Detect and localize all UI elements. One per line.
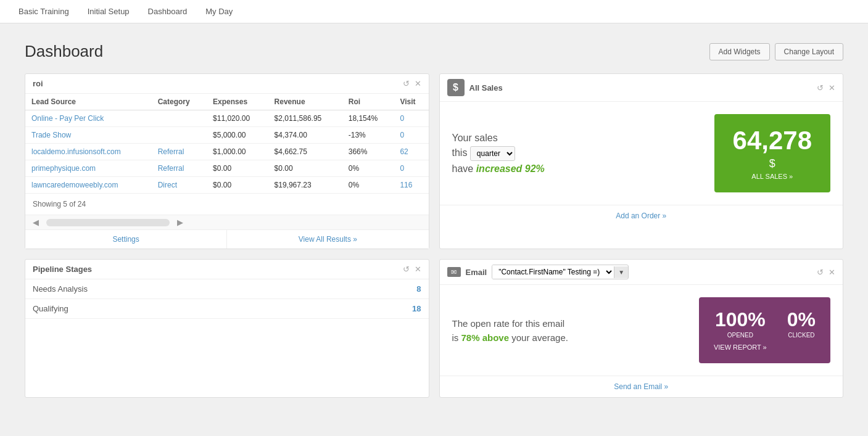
sales-number-box: 64,278 $ ALL SALES » <box>714 114 830 192</box>
opened-label: OPENED <box>714 332 767 339</box>
roi-cell: 18,154% <box>342 110 394 127</box>
sales-quarter-select[interactable]: quarter month year <box>470 146 515 161</box>
sales-close-icon[interactable]: ✕ <box>829 83 835 93</box>
visits-cell: 116 <box>394 177 428 194</box>
scroll-left-icon[interactable]: ◀ <box>30 218 41 227</box>
sales-line1: Your sales <box>452 133 702 144</box>
add-order-link[interactable]: Add an Order » <box>440 205 843 226</box>
lead-source-cell[interactable]: Trade Show <box>25 127 152 144</box>
roi-cell: 366% <box>342 144 394 160</box>
email-widget: ✉ Email "Contact.FirstName" Testing =) ▼… <box>439 259 844 398</box>
sales-text: Your sales this quarter month year have … <box>452 133 702 175</box>
expenses-cell: $0.00 <box>207 177 268 194</box>
email-clicked-stat: 0% CLICKED <box>787 310 816 339</box>
pipeline-refresh-icon[interactable]: ↺ <box>403 265 410 274</box>
roi-view-all-button[interactable]: View All Results » <box>227 230 428 249</box>
roi-footer: Settings View All Results » <box>25 229 429 249</box>
roi-cell: 0% <box>342 160 394 177</box>
col-category: Category <box>152 94 207 110</box>
lead-source-cell[interactable]: Online - Pay Per Click <box>25 110 152 127</box>
col-expenses: Expenses <box>207 94 268 110</box>
email-opened-stat: 100% OPENED VIEW REPORT » <box>714 310 767 351</box>
send-email-link[interactable]: Send an Email » <box>440 376 843 397</box>
sales-widget-controls: ↺ ✕ <box>817 83 835 93</box>
pipeline-item-label: Needs Analysis <box>33 284 88 294</box>
dashboard-header: Dashboard Add Widgets Change Layout <box>25 42 843 61</box>
lead-source-cell[interactable]: lawncaredemoweebly.com <box>25 177 152 194</box>
increased-text: increased 92% <box>476 163 545 174</box>
email-body: The open rate for this email is 78% abov… <box>440 285 843 376</box>
sales-have-line: have increased 92% <box>452 163 702 175</box>
lead-source-cell[interactable]: localdemo.infusionsoft.com <box>25 144 152 160</box>
nav-basic-training[interactable]: Basic Training <box>19 1 69 22</box>
pipeline-item-label: Qualifying <box>33 304 68 313</box>
table-row: Online - Pay Per Click $11,020.00 $2,011… <box>25 110 429 127</box>
email-select[interactable]: "Contact.FirstName" Testing =) <box>492 265 614 279</box>
sales-all-link[interactable]: ALL SALES » <box>733 173 812 180</box>
sales-refresh-icon[interactable]: ↺ <box>817 83 824 93</box>
email-select-wrapper: "Contact.FirstName" Testing =) ▼ <box>492 265 629 279</box>
visits-cell: 0 <box>394 110 428 127</box>
lead-source-cell[interactable]: primephysique.com <box>25 160 152 177</box>
pipeline-widget-title: Pipeline Stages <box>33 265 92 274</box>
email-controls: ↺ ✕ <box>817 268 835 277</box>
category-cell[interactable]: Referral <box>152 144 207 160</box>
scroll-right-icon[interactable]: ▶ <box>175 218 186 227</box>
top-nav: Basic Training Initial Setup Dashboard M… <box>0 0 868 23</box>
sales-widget-header: $ All Sales ↺ ✕ <box>440 74 843 102</box>
table-row: Trade Show $5,000.00 $4,374.00 -13% 0 <box>25 127 429 144</box>
header-buttons: Add Widgets Change Layout <box>709 43 843 60</box>
email-above-text: is 78% above your average. <box>452 332 687 343</box>
roi-refresh-icon[interactable]: ↺ <box>403 79 410 88</box>
table-row: lawncaredemoweebly.com Direct $0.00 $19,… <box>25 177 429 194</box>
pipeline-close-icon[interactable]: ✕ <box>415 265 421 274</box>
category-cell[interactable]: Direct <box>152 177 207 194</box>
table-row: localdemo.infusionsoft.com Referral $1,0… <box>25 144 429 160</box>
pipeline-item-count: 18 <box>412 304 421 313</box>
nav-dashboard[interactable]: Dashboard <box>148 1 188 22</box>
dollar-icon: $ <box>447 79 465 96</box>
visits-cell: 62 <box>394 144 428 160</box>
pipeline-widget-controls: ↺ ✕ <box>403 265 421 274</box>
email-widget-title: Email <box>466 268 487 277</box>
sales-widget-title: $ All Sales <box>447 79 503 96</box>
change-layout-button[interactable]: Change Layout <box>775 43 843 60</box>
pipeline-widget: Pipeline Stages ↺ ✕ Needs Analysis 8 Qua… <box>25 259 429 398</box>
roi-settings-button[interactable]: Settings <box>25 230 226 249</box>
view-report-link[interactable]: VIEW REPORT » <box>714 343 767 351</box>
expenses-cell: $1,000.00 <box>207 144 268 160</box>
email-widget-header: ✉ Email "Contact.FirstName" Testing =) ▼… <box>440 260 843 285</box>
visits-cell: 0 <box>394 127 428 144</box>
page-title: Dashboard <box>25 42 103 61</box>
col-lead-source: Lead Source <box>25 94 152 110</box>
revenue-cell: $2,011,586.95 <box>268 110 342 127</box>
email-stats-box: 100% OPENED VIEW REPORT » 0% CLICKED <box>699 297 830 363</box>
pipeline-items: Needs Analysis 8 Qualifying 18 <box>25 279 429 319</box>
revenue-cell: $0.00 <box>268 160 342 177</box>
nav-my-day[interactable]: My Day <box>205 1 233 22</box>
roi-cell: -13% <box>342 127 394 144</box>
email-close-icon[interactable]: ✕ <box>829 268 835 277</box>
nav-initial-setup[interactable]: Initial Setup <box>88 1 130 22</box>
roi-close-icon[interactable]: ✕ <box>415 79 421 88</box>
roi-cell: 0% <box>342 177 394 194</box>
sales-widget: $ All Sales ↺ ✕ Your sales this quarter … <box>439 73 844 249</box>
revenue-cell: $19,967.23 <box>268 177 342 194</box>
visits-cell: 0 <box>394 160 428 177</box>
revenue-cell: $4,374.00 <box>268 127 342 144</box>
roi-widget-controls: ↺ ✕ <box>403 79 421 88</box>
scrollbar-area: ◀ ▶ <box>25 215 429 229</box>
category-cell[interactable]: Referral <box>152 160 207 177</box>
email-above-value: 78% above <box>461 332 510 343</box>
email-refresh-icon[interactable]: ↺ <box>817 268 824 277</box>
scroll-thumb[interactable] <box>46 219 170 226</box>
add-widgets-button[interactable]: Add Widgets <box>709 43 770 60</box>
col-visits: Visit <box>394 94 428 110</box>
opened-percentage: 100% <box>714 310 767 329</box>
email-text: The open rate for this email is 78% abov… <box>452 318 687 343</box>
col-revenue: Revenue <box>268 94 342 110</box>
pipeline-widget-header: Pipeline Stages ↺ ✕ <box>25 260 429 279</box>
email-chevron-down-icon: ▼ <box>614 266 628 278</box>
expenses-cell: $11,020.00 <box>207 110 268 127</box>
sales-body: Your sales this quarter month year have … <box>440 102 843 205</box>
